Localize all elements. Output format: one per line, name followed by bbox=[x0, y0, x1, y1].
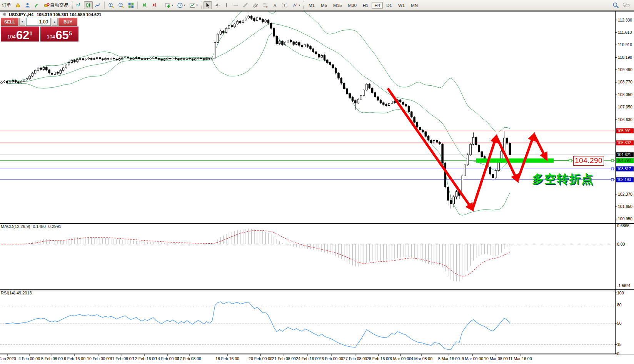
timeframe-d1-button[interactable]: D1 bbox=[384, 2, 395, 9]
buy-price-prefix: 104 bbox=[47, 34, 55, 40]
indicators-button[interactable]: ▾ bbox=[163, 1, 175, 9]
svg-text:108.050: 108.050 bbox=[618, 92, 632, 97]
svg-text:E: E bbox=[256, 5, 258, 8]
timeframe-mn-button[interactable]: MN bbox=[408, 2, 420, 9]
text-button[interactable]: A bbox=[271, 1, 279, 9]
cursor-icon bbox=[205, 2, 210, 8]
autotrade-stop-icon bbox=[44, 2, 50, 8]
svg-text:104.290: 104.290 bbox=[617, 158, 631, 163]
candles-layer bbox=[1, 15, 511, 209]
sell-price-main: 62 bbox=[16, 30, 29, 41]
svg-text:0: 0 bbox=[617, 351, 619, 356]
moneybag-button[interactable] bbox=[13, 1, 22, 9]
horizontal-line-button[interactable] bbox=[231, 1, 240, 9]
svg-text:21 Feb 08:00: 21 Feb 08:00 bbox=[272, 356, 296, 361]
timeframe-m15-button[interactable]: M15 bbox=[330, 2, 344, 9]
bar-chart-icon bbox=[76, 2, 82, 8]
svg-text:100.950: 100.950 bbox=[618, 216, 632, 221]
candlestick-chart-button[interactable] bbox=[84, 1, 93, 9]
autotrade-button[interactable]: 自动交易 bbox=[42, 1, 70, 9]
buy-price-tile[interactable]: 104 65 5 bbox=[40, 27, 79, 42]
turning-point-note[interactable]: 多空转折点 bbox=[532, 171, 594, 187]
svg-text:104.621: 104.621 bbox=[617, 153, 631, 157]
timeframe-h4-button[interactable]: H4 bbox=[372, 2, 383, 9]
svg-text:11 Mar 16:00: 11 Mar 16:00 bbox=[508, 356, 532, 361]
buy-price-main: 65 bbox=[55, 30, 68, 41]
text-label-button[interactable]: T bbox=[280, 1, 289, 9]
arrows-button[interactable]: ▾ bbox=[290, 1, 302, 9]
autotrade-label: 自动交易 bbox=[50, 2, 68, 8]
bar-chart-button[interactable] bbox=[74, 1, 83, 9]
zoom-out-button[interactable] bbox=[117, 1, 126, 9]
macd-label: MACD(12,26,9) -0.1480 -0.2991 bbox=[1, 224, 61, 229]
chart-shift-button[interactable] bbox=[150, 1, 159, 9]
svg-text:10 Mar 08:00: 10 Mar 08:00 bbox=[484, 356, 508, 361]
svg-text:15: 15 bbox=[617, 342, 622, 347]
profile-button[interactable] bbox=[23, 1, 32, 9]
new-order-button[interactable]: 订单 bbox=[0, 1, 13, 9]
timeframe-m30-button[interactable]: M30 bbox=[345, 2, 359, 9]
cursor-button[interactable] bbox=[204, 1, 212, 9]
vertical-line-button[interactable] bbox=[222, 1, 230, 9]
sell-price-pip: 1 bbox=[29, 30, 32, 37]
sell-price-tile[interactable]: 104 62 1 bbox=[1, 27, 39, 42]
timeframe-w1-button[interactable]: W1 bbox=[395, 2, 407, 9]
signal-icon bbox=[34, 2, 40, 8]
templates-button[interactable]: ▾ bbox=[188, 1, 199, 9]
volume-increase-button[interactable]: ▲ bbox=[52, 18, 58, 26]
toolbar-separator bbox=[137, 2, 138, 9]
rsi-pane bbox=[0, 291, 615, 354]
crosshair-button[interactable] bbox=[213, 1, 222, 9]
rsi-label: RSI(14) 49.2013 bbox=[1, 291, 32, 295]
trading-platform-window: 订单 自动交易 bbox=[0, 0, 634, 364]
toolbar-separator bbox=[161, 2, 161, 9]
fibonacci-button[interactable]: F bbox=[261, 1, 270, 9]
search-button[interactable] bbox=[611, 1, 621, 9]
svg-text:105.991: 105.991 bbox=[617, 129, 631, 133]
support-price-label[interactable]: 104.290 bbox=[573, 156, 604, 166]
moneybag-icon bbox=[15, 2, 21, 8]
ohlc-values: 105.319 105.361 104.589 104.621 bbox=[37, 12, 101, 17]
svg-text:10 Feb 00:00: 10 Feb 00:00 bbox=[87, 356, 111, 361]
sell-button[interactable]: SELL bbox=[1, 18, 18, 26]
horizontal-line-icon bbox=[233, 3, 239, 8]
chevron-down-icon: ▾ bbox=[196, 3, 198, 7]
svg-text:109.490: 109.490 bbox=[618, 67, 632, 72]
periods-button[interactable]: ▾ bbox=[175, 1, 187, 9]
toolbar-grip bbox=[201, 2, 202, 9]
svg-text:6 Feb 16:00: 6 Feb 16:00 bbox=[64, 356, 85, 361]
timeframe-m5-button[interactable]: M5 bbox=[318, 2, 330, 9]
timeframe-m1-button[interactable]: M1 bbox=[306, 2, 317, 9]
tile-windows-button[interactable] bbox=[127, 1, 135, 9]
trendline-button[interactable] bbox=[241, 1, 250, 9]
svg-text:102.370: 102.370 bbox=[618, 192, 632, 196]
volume-decrease-button[interactable]: ▼ bbox=[19, 18, 25, 26]
zoom-in-button[interactable] bbox=[107, 1, 116, 9]
svg-text:0.6866: 0.6866 bbox=[617, 223, 629, 228]
line-chart-icon bbox=[95, 2, 101, 8]
clock-icon bbox=[177, 2, 183, 8]
indicators-plus-icon bbox=[165, 2, 171, 8]
svg-text:14 Feb 00:00: 14 Feb 00:00 bbox=[155, 356, 179, 361]
chat-button[interactable] bbox=[621, 1, 631, 9]
svg-text:106.630: 106.630 bbox=[618, 117, 632, 122]
svg-text:5 Mar 16:00: 5 Mar 16:00 bbox=[438, 356, 460, 361]
volume-input[interactable]: 1.00 bbox=[26, 18, 51, 26]
svg-text:18 Feb 16:00: 18 Feb 16:00 bbox=[215, 356, 239, 361]
svg-text:20 Feb 00:00: 20 Feb 00:00 bbox=[249, 356, 272, 361]
svg-text:112.330: 112.330 bbox=[618, 18, 632, 22]
auto-scroll-button[interactable] bbox=[140, 1, 149, 9]
svg-text:3 Mar 00:00: 3 Mar 00:00 bbox=[390, 356, 411, 361]
chart-icon bbox=[2, 12, 6, 17]
buy-button[interactable]: BUY bbox=[58, 18, 77, 26]
signal-button[interactable] bbox=[33, 1, 42, 9]
equidistant-channel-button[interactable]: E bbox=[251, 1, 260, 9]
line-chart-button[interactable] bbox=[93, 1, 102, 9]
timeframe-h1-button[interactable]: H1 bbox=[360, 2, 371, 9]
svg-text:28 Feb 16:00: 28 Feb 16:00 bbox=[367, 356, 390, 361]
svg-text:T: T bbox=[284, 3, 286, 7]
buy-price-pip: 5 bbox=[69, 30, 72, 37]
chart-canvas[interactable]: 112.330111.610110.910110.190109.490108.7… bbox=[0, 11, 634, 364]
equidistant-channel-icon: E bbox=[252, 2, 259, 8]
chart-shift-icon bbox=[151, 2, 157, 8]
